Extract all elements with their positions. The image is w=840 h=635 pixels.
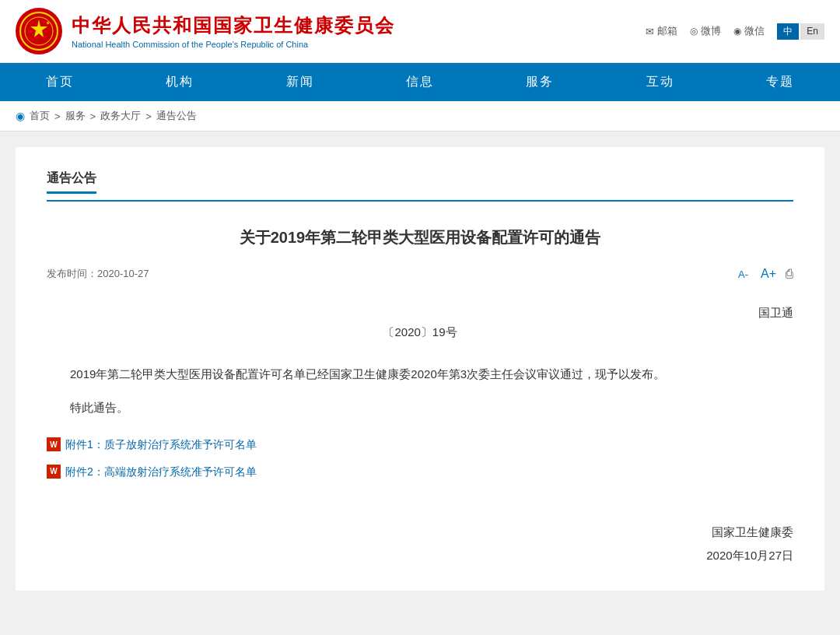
print-button[interactable]: ⎙ — [786, 267, 793, 281]
body-paragraph-1: 2019年第二轮甲类大型医用设备配置许可名单已经国家卫生健康委2020年第3次委… — [47, 363, 793, 386]
logo-emblem — [16, 8, 62, 54]
weixin-label: 微信 — [744, 24, 765, 38]
nav-home[interactable]: 首页 — [0, 63, 120, 101]
email-label: 邮箱 — [657, 24, 677, 38]
nav-special[interactable]: 专题 — [720, 63, 840, 101]
lang-en-button[interactable]: En — [800, 23, 824, 40]
attachments: W 附件1：质子放射治疗系统准予许可名单 W 附件2：高端放射治疗系统准予许可名… — [47, 434, 793, 482]
lang-cn-button[interactable]: 中 — [777, 23, 799, 40]
section-title-bar: 通告公告 — [47, 170, 793, 202]
main-content: 通告公告 关于2019年第二轮甲类大型医用设备配置许可的通告 发布时间：2020… — [16, 147, 824, 591]
nav-institution[interactable]: 机构 — [120, 63, 240, 101]
article-footer: 国家卫生健康委 2020年10月27日 — [47, 521, 793, 567]
footer-date: 2020年10月27日 — [47, 544, 793, 567]
breadcrumb-current: 通告公告 — [156, 109, 197, 123]
footer-org: 国家卫生健康委 — [47, 521, 793, 544]
attachment-2-icon: W — [47, 465, 61, 479]
doc-number: 〔2020〕19号 — [47, 325, 793, 340]
article-tools: A- A+ ⎙ — [735, 265, 793, 282]
weibo-link[interactable]: ◎ 微博 — [690, 24, 721, 38]
site-name-cn: 中华人民共和国国家卫生健康委员会 — [72, 13, 395, 38]
header-title: 中华人民共和国国家卫生健康委员会 National Health Commiss… — [72, 13, 395, 49]
email-icon — [646, 26, 654, 37]
article-meta: 发布时间：2020-10-27 A- A+ ⎙ — [47, 265, 793, 290]
header-right: 邮箱 ◎ 微博 ◉ 微信 中 En — [646, 23, 824, 40]
nav-info[interactable]: 信息 — [360, 63, 480, 101]
breadcrumb-sep-3: > — [145, 111, 152, 122]
breadcrumb-sep-2: > — [90, 111, 96, 122]
header-left: 中华人民共和国国家卫生健康委员会 National Health Commiss… — [16, 8, 395, 54]
nav-interact[interactable]: 互动 — [600, 63, 719, 101]
attachment-2-label: 附件2：高端放射治疗系统准予许可名单 — [65, 461, 257, 482]
attachment-1-label: 附件1：质子放射治疗系统准予许可名单 — [65, 434, 257, 455]
email-link[interactable]: 邮箱 — [646, 24, 677, 38]
attachment-2[interactable]: W 附件2：高端放射治疗系统准予许可名单 — [47, 461, 793, 482]
breadcrumb-home[interactable]: 首页 — [30, 109, 50, 123]
breadcrumb-service[interactable]: 服务 — [65, 109, 86, 123]
publish-date: 发布时间：2020-10-27 — [47, 267, 149, 281]
main-nav: 首页 机构 新闻 信息 服务 互动 专题 — [0, 63, 840, 101]
publish-date-value: 2020-10-27 — [97, 268, 149, 279]
doc-org: 国卫通 — [47, 306, 793, 321]
weixin-icon: ◉ — [733, 26, 741, 37]
article-title: 关于2019年第二轮甲类大型医用设备配置许可的通告 — [47, 225, 793, 250]
breadcrumb-sep-1: > — [54, 111, 61, 122]
nav-service[interactable]: 服务 — [480, 63, 600, 101]
breadcrumb-govt-hall[interactable]: 政务大厅 — [100, 109, 141, 123]
font-decrease-button[interactable]: A- — [735, 267, 751, 282]
section-title: 通告公告 — [47, 170, 96, 194]
location-icon: ◉ — [16, 110, 25, 122]
font-increase-button[interactable]: A+ — [758, 265, 779, 282]
breadcrumb: ◉ 首页 > 服务 > 政务大厅 > 通告公告 — [0, 101, 840, 132]
weibo-label: 微博 — [701, 24, 721, 38]
nav-news[interactable]: 新闻 — [240, 63, 360, 101]
body-paragraph-2: 特此通告。 — [47, 397, 793, 419]
attachment-1[interactable]: W 附件1：质子放射治疗系统准予许可名单 — [47, 434, 793, 455]
publish-label: 发布时间： — [47, 268, 97, 279]
header: 中华人民共和国国家卫生健康委员会 National Health Commiss… — [0, 0, 840, 63]
article-body: 2019年第二轮甲类大型医用设备配置许可名单已经国家卫生健康委2020年第3次委… — [47, 363, 793, 482]
language-switcher: 中 En — [777, 23, 824, 40]
site-name-en: National Health Commission of the People… — [72, 40, 395, 49]
weixin-link[interactable]: ◉ 微信 — [733, 24, 765, 38]
weibo-icon: ◎ — [690, 26, 698, 37]
attachment-1-icon: W — [47, 437, 61, 451]
